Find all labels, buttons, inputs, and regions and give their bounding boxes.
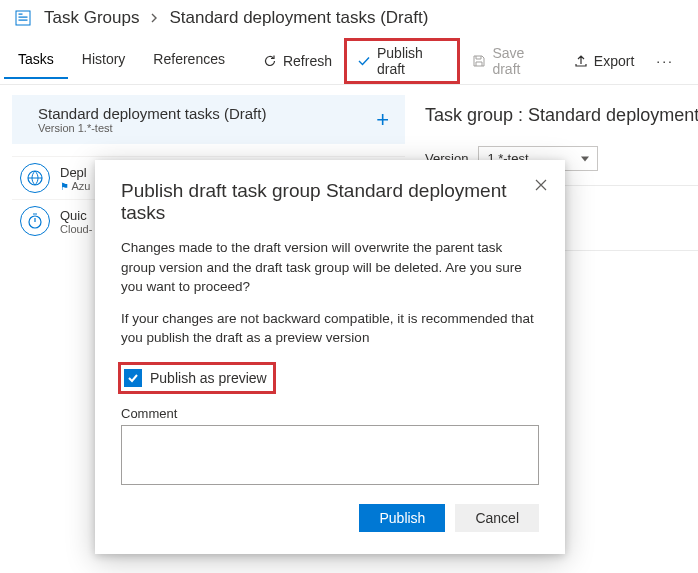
task-name: Quic [60,208,92,223]
publish-draft-button[interactable]: Publish draft [344,38,460,84]
breadcrumb-root[interactable]: Task Groups [44,8,139,28]
save-draft-label: Save draft [492,45,549,77]
svg-rect-2 [19,17,28,18]
task-group-version: Version 1.*-test [38,122,266,134]
more-menu-button[interactable]: ··· [646,49,684,73]
task-subtitle: Cloud- [60,223,92,235]
refresh-button[interactable]: Refresh [251,47,344,75]
comment-textarea[interactable] [121,425,539,485]
close-icon [535,179,547,191]
cancel-button[interactable]: Cancel [455,504,539,532]
task-group-icon [14,8,34,28]
breadcrumb-page[interactable]: Standard deployment tasks (Draft) [169,8,428,28]
svg-rect-3 [19,20,28,21]
publish-button[interactable]: Publish [359,504,445,532]
refresh-label: Refresh [283,53,332,69]
tab-tasks[interactable]: Tasks [4,43,68,79]
task-name: Depl [60,165,90,180]
save-icon [472,54,486,68]
properties-title: Task group : Standard deployment tasks [425,105,698,126]
export-icon [574,54,588,68]
close-button[interactable] [531,174,551,198]
publish-draft-label: Publish draft [377,45,447,77]
publish-as-preview-checkbox[interactable]: Publish as preview [118,362,276,394]
breadcrumb: Task Groups Standard deployment tasks (D… [0,0,698,32]
timer-icon [20,206,50,236]
task-group-header[interactable]: Standard deployment tasks (Draft) Versio… [12,95,405,144]
comment-label: Comment [121,406,539,421]
toolbar: Tasks History References Refresh Publish… [0,32,698,85]
globe-icon [20,163,50,193]
dialog-body: Changes made to the draft version will o… [121,238,539,348]
dialog-title: Publish draft task group Standard deploy… [121,180,539,224]
svg-rect-1 [19,14,23,15]
add-task-button[interactable]: + [372,107,393,133]
publish-dialog: Publish draft task group Standard deploy… [95,160,565,554]
task-subtitle: ⚑ Azu [60,180,90,192]
export-label: Export [594,53,634,69]
dialog-paragraph: If your changes are not backward compati… [121,309,539,348]
tab-history[interactable]: History [68,43,140,79]
export-button[interactable]: Export [562,47,646,75]
tab-references[interactable]: References [139,43,239,79]
chevron-right-icon [149,8,159,28]
refresh-icon [263,54,277,68]
svg-rect-0 [16,11,30,25]
check-icon [357,54,371,68]
task-group-title: Standard deployment tasks (Draft) [38,105,266,122]
dialog-paragraph: Changes made to the draft version will o… [121,238,539,297]
checkbox-label: Publish as preview [150,370,267,386]
checkbox-checked-icon [124,369,142,387]
save-draft-button: Save draft [460,39,561,83]
